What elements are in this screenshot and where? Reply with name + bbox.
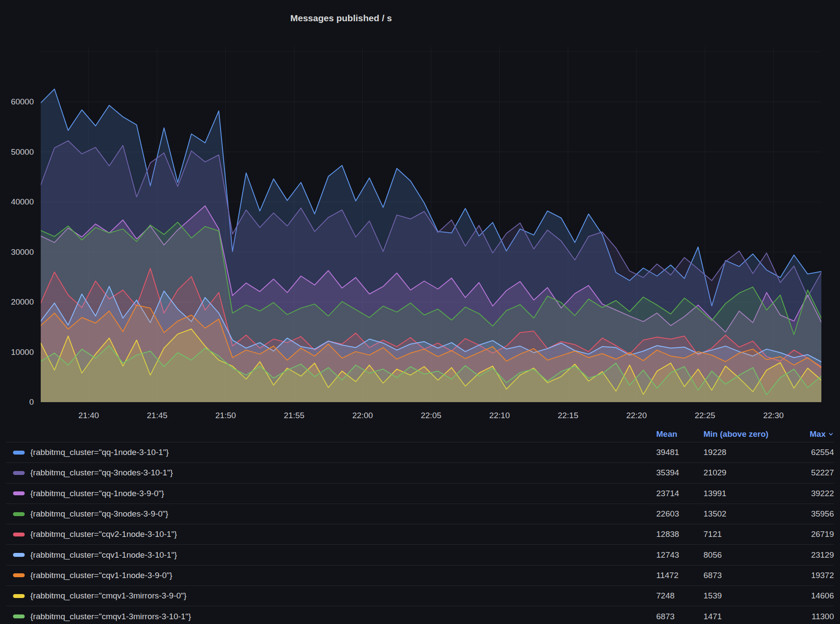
y-axis-label: 40000 [0,197,34,207]
legend-series-label[interactable]: {rabbitmq_cluster="cmqv1-3mirrors-3-10-1… [30,612,191,621]
legend-value-max: 23129 [804,550,834,560]
legend-value-max: 26719 [804,530,834,539]
legend-row[interactable]: {rabbitmq_cluster="qq-3nodes-3-9-0"}2260… [6,504,834,524]
y-axis-label: 20000 [0,297,34,307]
legend-series-label[interactable]: {rabbitmq_cluster="cqv1-1node-3-9-0"} [30,571,173,580]
legend-row[interactable]: {rabbitmq_cluster="cmqv1-3mirrors-3-10-1… [6,606,834,624]
chevron-down-icon [828,431,834,437]
series-color-swatch[interactable] [13,614,25,618]
x-axis-label: 22:10 [473,411,525,420]
legend-value-mean: 12743 [656,550,703,560]
legend-value-min_above_zero: 8056 [703,550,804,560]
legend-value-mean: 7248 [656,591,703,601]
legend-header: Mean Min (above zero) Max [6,426,834,442]
legend-series-label[interactable]: {rabbitmq_cluster="qq-1node-3-10-1"} [30,448,169,457]
y-axis-label: 0 [0,397,34,407]
legend-value-min_above_zero: 1471 [703,612,804,621]
legend-value-max: 39222 [804,489,834,498]
legend-header-min[interactable]: Min (above zero) [703,429,804,439]
legend-value-max: 19372 [804,571,834,580]
legend-row[interactable]: {rabbitmq_cluster="cmqv1-3mirrors-3-9-0"… [6,585,834,606]
legend-row[interactable]: {rabbitmq_cluster="cqv1-1node-3-9-0"}114… [6,565,834,585]
legend-value-mean: 35394 [656,468,703,478]
x-axis-label: 22:30 [747,411,799,420]
legend-header-max[interactable]: Max [804,429,834,439]
x-axis-label: 21:50 [200,411,252,420]
y-axis-label: 30000 [0,247,34,257]
legend-row[interactable]: {rabbitmq_cluster="qq-3nodes-3-10-1"}353… [6,462,834,483]
legend-value-max: 52227 [804,468,834,478]
legend-row[interactable]: {rabbitmq_cluster="cqv1-1node-3-10-1"}12… [6,544,834,565]
legend-value-min_above_zero: 19228 [703,448,804,457]
series-color-swatch[interactable] [13,533,25,536]
legend-value-min_above_zero: 13502 [703,509,804,519]
series-color-swatch[interactable] [13,512,25,516]
y-axis-label: 50000 [0,147,34,157]
series-color-swatch[interactable] [13,594,25,598]
legend-value-max: 14606 [804,591,834,601]
legend-value-min_above_zero: 6873 [703,571,804,580]
legend-series-label[interactable]: {rabbitmq_cluster="qq-3nodes-3-10-1"} [30,468,173,478]
series-color-swatch[interactable] [13,451,25,455]
legend-value-min_above_zero: 1539 [703,591,804,601]
y-axis-label: 60000 [0,97,34,107]
legend-row[interactable]: {rabbitmq_cluster="qq-1node-3-10-1"}3948… [6,442,834,462]
legend-value-max: 35956 [804,509,834,519]
legend-table: Mean Min (above zero) Max {rabbitmq_clus… [6,426,834,624]
legend-series-label[interactable]: {rabbitmq_cluster="qq-3nodes-3-9-0"} [30,509,168,519]
legend-value-mean: 22603 [656,509,703,519]
x-axis-label: 22:05 [405,411,457,420]
legend-value-mean: 11472 [656,571,703,580]
x-axis-label: 22:20 [610,411,662,420]
legend-value-mean: 6873 [656,612,703,621]
legend-value-mean: 23714 [656,489,703,498]
legend-value-max: 62554 [804,448,834,457]
x-axis-label: 21:55 [268,411,320,420]
chart-plot-area[interactable] [41,47,821,402]
series-color-swatch[interactable] [13,553,25,557]
x-axis-label: 22:25 [679,411,731,420]
x-axis-label: 21:40 [63,411,115,420]
legend-series-label[interactable]: {rabbitmq_cluster="cqv1-1node-3-10-1"} [30,550,177,560]
series-color-swatch[interactable] [13,471,25,475]
legend-row[interactable]: {rabbitmq_cluster="qq-1node-3-9-0"}23714… [6,483,834,504]
panel-title: Messages published / s [290,13,392,23]
grafana-panel: Messages published / s 01000020000300004… [0,0,840,624]
legend-value-min_above_zero: 21029 [703,468,804,478]
legend-row[interactable]: {rabbitmq_cluster="cqv2-1node-3-10-1"}12… [6,524,834,544]
legend-series-label[interactable]: {rabbitmq_cluster="qq-1node-3-9-0"} [30,489,164,498]
legend-value-min_above_zero: 13991 [703,489,804,498]
series-color-swatch[interactable] [13,573,25,577]
legend-value-max: 11300 [804,612,834,621]
y-axis-label: 10000 [0,348,34,357]
legend-series-label[interactable]: {rabbitmq_cluster="cmqv1-3mirrors-3-9-0"… [30,591,186,601]
x-axis-label: 22:00 [337,411,389,420]
legend-rows: {rabbitmq_cluster="qq-1node-3-10-1"}3948… [6,442,834,624]
legend-header-mean[interactable]: Mean [656,429,703,439]
legend-value-min_above_zero: 7121 [703,530,804,539]
legend-value-mean: 12838 [656,530,703,539]
x-axis-label: 21:45 [131,411,183,420]
x-axis-label: 22:15 [542,411,594,420]
legend-value-mean: 39481 [656,448,703,457]
legend-series-label[interactable]: {rabbitmq_cluster="cqv2-1node-3-10-1"} [30,530,177,539]
series-color-swatch[interactable] [13,491,25,495]
